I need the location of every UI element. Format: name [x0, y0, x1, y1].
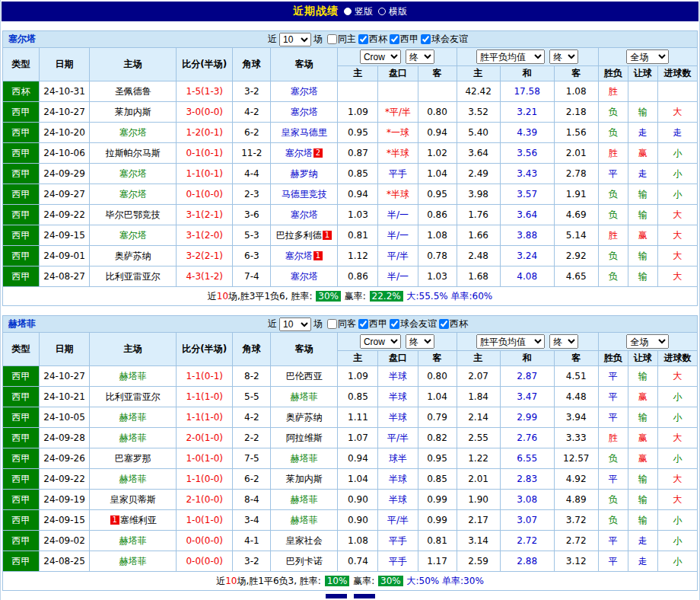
radio-label-vertical: 竖版 [355, 5, 373, 18]
period-select[interactable]: 全场 [626, 334, 669, 349]
handicap-line [378, 81, 418, 102]
subcol-handicap-line: 盘口 [378, 66, 418, 81]
filter-checkbox[interactable]: 西杯 [439, 318, 468, 330]
home-team-link[interactable]: 比利亚雷亚尔 [106, 391, 161, 402]
checkbox-input[interactable] [358, 34, 368, 44]
home-team-link[interactable]: 1塞维利亚 [110, 515, 157, 525]
layout-radio-horizontal[interactable]: 横版 [378, 5, 407, 18]
filter-checkbox[interactable]: 西杯 [358, 33, 387, 46]
away-team-link[interactable]: 皇家马德里 [282, 127, 327, 138]
results-table: 类型 日期 主场 比分(半场) 角球 客场 Crow 终 [2, 47, 698, 306]
team-name[interactable]: 塞尔塔 [8, 33, 266, 46]
checkbox-input[interactable] [358, 319, 368, 329]
league-type: 西甲 [3, 366, 40, 387]
away-team-link[interactable]: 赫罗纳 [291, 168, 318, 179]
home-team-link[interactable]: 皇家贝蒂斯 [110, 494, 156, 505]
filter-label-near: 近 [268, 33, 277, 46]
europe-average-select[interactable]: 胜平负均值 [476, 334, 545, 349]
recent-count-select[interactable]: 10 [279, 318, 311, 331]
summary-text-extra: 大:50% 单率:30% [404, 576, 484, 586]
away-team-link[interactable]: 塞尔塔 [291, 107, 318, 117]
home-team-link[interactable]: 巴塞罗那 [115, 453, 151, 464]
footer-button[interactable] [354, 594, 375, 598]
away-team: 皇家社会 [271, 531, 338, 551]
filter-checkbox[interactable]: 西甲 [358, 318, 387, 330]
away-team-link[interactable]: 莱加内斯 [286, 474, 323, 484]
home-team-link[interactable]: 圣佩德鲁 [115, 86, 151, 97]
bookmaker-select[interactable]: Crow [360, 334, 401, 349]
result-wdl: 负 [598, 184, 628, 205]
period-select[interactable]: 全场 [626, 49, 669, 64]
home-team-link[interactable]: 比利亚雷亚尔 [106, 271, 161, 282]
euro-home-odds: 42.42 [457, 81, 500, 102]
euro-draw-odds: 2.99 [500, 407, 554, 428]
handicap-away-odds: 0.99 [418, 490, 457, 510]
away-team-link[interactable]: 赫塔菲 [291, 453, 318, 464]
away-team-link[interactable]: 赫塔菲 [291, 494, 318, 505]
result-goals: 小 [657, 510, 697, 531]
checkbox-label: 同主 [338, 33, 356, 46]
euro-away-odds: 12.57 [554, 448, 598, 469]
handicap-stage-select[interactable]: 终 [406, 49, 434, 64]
away-team: 巴拉多利德1 [271, 225, 338, 246]
away-team-link[interactable]: 赫塔菲 [291, 391, 318, 402]
home-team-link[interactable]: 赫塔菲 [119, 412, 147, 423]
home-team-link[interactable]: 赫塔菲 [119, 535, 147, 546]
euro-home-odds: 1.66 [457, 225, 500, 246]
checkbox-input[interactable] [439, 319, 449, 329]
layout-radio-vertical[interactable]: 竖版 [344, 5, 373, 18]
filter-checkbox[interactable]: 同主 [327, 33, 356, 46]
away-team-link[interactable]: 巴伦西亚 [286, 371, 323, 381]
away-team-link[interactable]: 塞尔塔 [291, 271, 318, 282]
checkbox-input[interactable] [390, 34, 399, 44]
home-team-link[interactable]: 赫塔菲 [119, 432, 147, 443]
result-handicap: 输 [628, 266, 657, 287]
footer-button[interactable] [326, 594, 347, 598]
home-team-link[interactable]: 毕尔巴鄂竞技 [106, 209, 161, 220]
checkbox-input[interactable] [327, 319, 337, 329]
europe-stage-select[interactable]: 终 [549, 334, 578, 349]
away-team-link[interactable]: 奥萨苏纳 [286, 412, 323, 423]
home-team-link[interactable]: 塞尔塔 [119, 168, 147, 179]
away-team-link[interactable]: 塞尔塔2 [285, 148, 323, 158]
recent-count-select[interactable]: 10 [279, 33, 311, 46]
away-team-link[interactable]: 马德里竞技 [282, 189, 327, 199]
match-row: 西甲24-10-21比利亚雷亚尔1-1(1-0)5-5赫塔菲0.85半球1.04… [3, 387, 698, 407]
home-team-link[interactable]: 塞尔塔 [119, 127, 147, 138]
checkbox-input[interactable] [327, 34, 337, 44]
home-team-link[interactable]: 赫塔菲 [119, 556, 147, 566]
away-team-link[interactable]: 塞尔塔1 [285, 251, 323, 261]
checkbox-input[interactable] [390, 319, 399, 329]
match-date: 24-09-15 [40, 510, 90, 531]
away-team-link[interactable]: 塞尔塔 [291, 209, 318, 220]
home-team-link[interactable]: 奥萨苏纳 [115, 251, 151, 261]
handicap-line: 平手 [378, 164, 418, 184]
home-team-link[interactable]: 赫塔菲 [119, 371, 147, 381]
home-team-link[interactable]: 拉斯帕尔马斯 [106, 148, 161, 158]
away-team-link[interactable]: 皇家社会 [286, 535, 323, 546]
away-team-link[interactable]: 阿拉维斯 [286, 432, 323, 443]
bookmaker-select[interactable]: Crow [360, 49, 401, 64]
away-team-link[interactable]: 巴列卡诺 [286, 556, 323, 566]
filter-checkbox[interactable]: 球会友谊 [390, 318, 437, 330]
home-team-link[interactable]: 赫塔菲 [119, 474, 147, 484]
away-team-link[interactable]: 赫塔菲 [291, 515, 318, 525]
away-team-link[interactable]: 塞尔塔 [291, 86, 318, 97]
filter-checkbox[interactable]: 同客 [327, 318, 356, 330]
checkbox-input[interactable] [421, 34, 431, 44]
filter-checkbox[interactable]: 球会友谊 [421, 33, 468, 46]
home-team-link[interactable]: 塞尔塔 [119, 189, 147, 199]
filter-checkbox[interactable]: 西甲 [390, 33, 418, 46]
result-wdl: 负 [598, 246, 628, 266]
home-team: 拉斯帕尔马斯 [90, 143, 177, 164]
europe-average-select[interactable]: 胜平负均值 [476, 49, 545, 64]
europe-stage-select[interactable]: 终 [549, 49, 578, 64]
away-team-link[interactable]: 巴拉多利德1 [276, 230, 332, 241]
handicap-stage-select[interactable]: 终 [406, 334, 434, 349]
corner-count: 6-2 [233, 123, 271, 143]
result-wdl: 胜 [598, 81, 628, 102]
team-name[interactable]: 赫塔菲 [8, 318, 266, 330]
corner-count: 4-2 [233, 102, 271, 123]
home-team-link[interactable]: 塞尔塔 [119, 230, 147, 241]
home-team-link[interactable]: 莱加内斯 [115, 107, 151, 117]
